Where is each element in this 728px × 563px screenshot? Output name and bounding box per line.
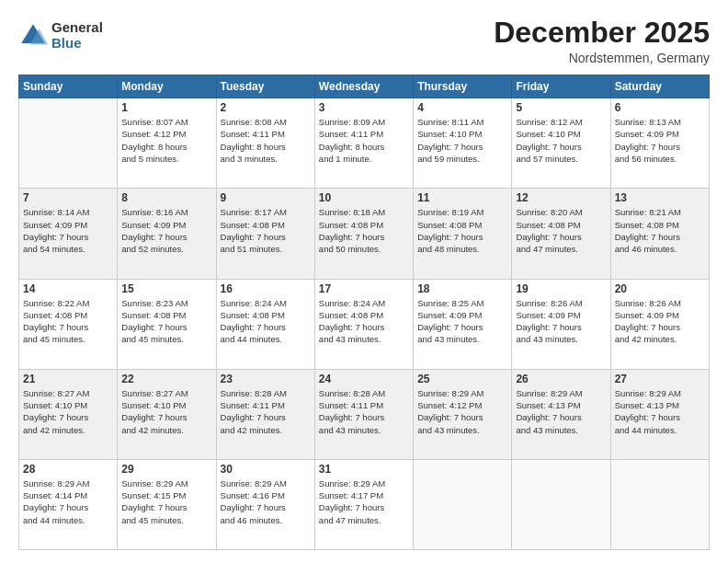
day-info: Sunrise: 8:23 AM Sunset: 4:08 PM Dayligh… <box>121 297 211 346</box>
day-number: 3 <box>319 101 409 114</box>
table-cell: 13Sunrise: 8:21 AM Sunset: 4:08 PM Dayli… <box>610 189 709 279</box>
day-info: Sunrise: 8:29 AM Sunset: 4:13 PM Dayligh… <box>516 387 606 436</box>
day-number: 15 <box>121 282 211 295</box>
logo-blue-text: Blue <box>51 36 103 52</box>
table-cell: 28Sunrise: 8:29 AM Sunset: 4:14 PM Dayli… <box>19 459 118 549</box>
day-number: 2 <box>221 101 311 114</box>
day-number: 31 <box>319 463 409 476</box>
day-info: Sunrise: 8:12 AM Sunset: 4:10 PM Dayligh… <box>516 116 606 165</box>
day-info: Sunrise: 8:29 AM Sunset: 4:13 PM Dayligh… <box>615 387 705 436</box>
calendar-table: Sunday Monday Tuesday Wednesday Thursday… <box>18 75 710 550</box>
calendar-row: 1Sunrise: 8:07 AM Sunset: 4:12 PM Daylig… <box>19 98 710 189</box>
day-info: Sunrise: 8:29 AM Sunset: 4:14 PM Dayligh… <box>23 477 113 526</box>
day-number: 14 <box>23 282 113 295</box>
col-friday: Friday <box>512 75 610 98</box>
logo-icon <box>18 21 48 51</box>
day-number: 11 <box>417 191 507 204</box>
day-info: Sunrise: 8:16 AM Sunset: 4:09 PM Dayligh… <box>121 206 211 255</box>
table-cell: 11Sunrise: 8:19 AM Sunset: 4:08 PM Dayli… <box>414 189 512 279</box>
table-cell: 27Sunrise: 8:29 AM Sunset: 4:13 PM Dayli… <box>610 369 709 459</box>
table-cell: 7Sunrise: 8:14 AM Sunset: 4:09 PM Daylig… <box>19 189 118 279</box>
calendar-row: 14Sunrise: 8:22 AM Sunset: 4:08 PM Dayli… <box>19 279 710 369</box>
col-saturday: Saturday <box>610 75 709 98</box>
day-info: Sunrise: 8:27 AM Sunset: 4:10 PM Dayligh… <box>121 387 211 436</box>
col-monday: Monday <box>118 75 216 98</box>
table-cell: 16Sunrise: 8:24 AM Sunset: 4:08 PM Dayli… <box>216 279 314 369</box>
table-cell: 22Sunrise: 8:27 AM Sunset: 4:10 PM Dayli… <box>118 369 216 459</box>
day-info: Sunrise: 8:27 AM Sunset: 4:10 PM Dayligh… <box>23 387 113 436</box>
table-cell: 9Sunrise: 8:17 AM Sunset: 4:08 PM Daylig… <box>216 189 314 279</box>
calendar-row: 21Sunrise: 8:27 AM Sunset: 4:10 PM Dayli… <box>19 369 710 459</box>
day-info: Sunrise: 8:26 AM Sunset: 4:09 PM Dayligh… <box>516 297 606 346</box>
day-info: Sunrise: 8:29 AM Sunset: 4:15 PM Dayligh… <box>121 477 211 526</box>
day-number: 23 <box>221 373 311 385</box>
day-number: 16 <box>221 282 311 295</box>
table-cell <box>19 98 118 189</box>
day-info: Sunrise: 8:17 AM Sunset: 4:08 PM Dayligh… <box>221 206 311 255</box>
table-cell: 5Sunrise: 8:12 AM Sunset: 4:10 PM Daylig… <box>512 98 610 189</box>
table-cell: 6Sunrise: 8:13 AM Sunset: 4:09 PM Daylig… <box>610 98 709 189</box>
day-info: Sunrise: 8:19 AM Sunset: 4:08 PM Dayligh… <box>417 206 507 255</box>
day-info: Sunrise: 8:24 AM Sunset: 4:08 PM Dayligh… <box>319 297 409 346</box>
calendar-row: 28Sunrise: 8:29 AM Sunset: 4:14 PM Dayli… <box>19 459 710 549</box>
table-cell: 1Sunrise: 8:07 AM Sunset: 4:12 PM Daylig… <box>118 98 216 189</box>
col-sunday: Sunday <box>19 75 118 98</box>
day-info: Sunrise: 8:11 AM Sunset: 4:10 PM Dayligh… <box>417 116 507 165</box>
day-number: 18 <box>417 282 507 295</box>
table-cell: 2Sunrise: 8:08 AM Sunset: 4:11 PM Daylig… <box>216 98 314 189</box>
day-number: 26 <box>516 373 606 385</box>
day-number: 29 <box>121 463 211 476</box>
table-cell: 18Sunrise: 8:25 AM Sunset: 4:09 PM Dayli… <box>414 279 512 369</box>
page: General Blue December 2025 Nordstemmen, … <box>0 0 728 563</box>
day-number: 21 <box>23 373 113 385</box>
day-info: Sunrise: 8:08 AM Sunset: 4:11 PM Dayligh… <box>221 116 311 165</box>
table-cell: 14Sunrise: 8:22 AM Sunset: 4:08 PM Dayli… <box>19 279 118 369</box>
col-tuesday: Tuesday <box>216 75 314 98</box>
col-wednesday: Wednesday <box>314 75 413 98</box>
day-info: Sunrise: 8:22 AM Sunset: 4:08 PM Dayligh… <box>23 297 113 346</box>
day-number: 27 <box>615 373 705 385</box>
day-number: 4 <box>417 101 507 114</box>
table-cell <box>610 459 709 549</box>
table-cell: 25Sunrise: 8:29 AM Sunset: 4:12 PM Dayli… <box>414 369 512 459</box>
table-cell: 3Sunrise: 8:09 AM Sunset: 4:11 PM Daylig… <box>314 98 413 189</box>
day-info: Sunrise: 8:28 AM Sunset: 4:11 PM Dayligh… <box>319 387 409 436</box>
calendar-header-row: Sunday Monday Tuesday Wednesday Thursday… <box>19 75 710 98</box>
title-block: December 2025 Nordstemmen, Germany <box>494 17 710 65</box>
table-cell: 26Sunrise: 8:29 AM Sunset: 4:13 PM Dayli… <box>512 369 610 459</box>
logo-general-text: General <box>51 20 103 36</box>
table-cell <box>414 459 512 549</box>
table-cell: 29Sunrise: 8:29 AM Sunset: 4:15 PM Dayli… <box>118 459 216 549</box>
day-info: Sunrise: 8:29 AM Sunset: 4:17 PM Dayligh… <box>319 477 409 526</box>
day-number: 17 <box>319 282 409 295</box>
day-info: Sunrise: 8:07 AM Sunset: 4:12 PM Dayligh… <box>121 116 211 165</box>
day-info: Sunrise: 8:24 AM Sunset: 4:08 PM Dayligh… <box>221 297 311 346</box>
table-cell: 17Sunrise: 8:24 AM Sunset: 4:08 PM Dayli… <box>314 279 413 369</box>
day-number: 7 <box>23 191 113 204</box>
col-thursday: Thursday <box>414 75 512 98</box>
table-cell: 23Sunrise: 8:28 AM Sunset: 4:11 PM Dayli… <box>216 369 314 459</box>
day-number: 28 <box>23 463 113 476</box>
day-number: 6 <box>615 101 705 114</box>
day-number: 10 <box>319 191 409 204</box>
table-cell: 24Sunrise: 8:28 AM Sunset: 4:11 PM Dayli… <box>314 369 413 459</box>
day-number: 19 <box>516 282 606 295</box>
day-number: 8 <box>121 191 211 204</box>
day-info: Sunrise: 8:09 AM Sunset: 4:11 PM Dayligh… <box>319 116 409 165</box>
day-info: Sunrise: 8:20 AM Sunset: 4:08 PM Dayligh… <box>516 206 606 255</box>
day-info: Sunrise: 8:26 AM Sunset: 4:09 PM Dayligh… <box>615 297 705 346</box>
day-number: 9 <box>221 191 311 204</box>
day-number: 13 <box>615 191 705 204</box>
header: General Blue December 2025 Nordstemmen, … <box>18 17 710 65</box>
day-number: 20 <box>615 282 705 295</box>
table-cell: 12Sunrise: 8:20 AM Sunset: 4:08 PM Dayli… <box>512 189 610 279</box>
table-cell: 19Sunrise: 8:26 AM Sunset: 4:09 PM Dayli… <box>512 279 610 369</box>
day-info: Sunrise: 8:25 AM Sunset: 4:09 PM Dayligh… <box>417 297 507 346</box>
table-cell: 20Sunrise: 8:26 AM Sunset: 4:09 PM Dayli… <box>610 279 709 369</box>
day-info: Sunrise: 8:29 AM Sunset: 4:16 PM Dayligh… <box>221 477 311 526</box>
day-info: Sunrise: 8:29 AM Sunset: 4:12 PM Dayligh… <box>417 387 507 436</box>
day-number: 30 <box>221 463 311 476</box>
table-cell: 10Sunrise: 8:18 AM Sunset: 4:08 PM Dayli… <box>314 189 413 279</box>
table-cell: 30Sunrise: 8:29 AM Sunset: 4:16 PM Dayli… <box>216 459 314 549</box>
calendar-row: 7Sunrise: 8:14 AM Sunset: 4:09 PM Daylig… <box>19 189 710 279</box>
